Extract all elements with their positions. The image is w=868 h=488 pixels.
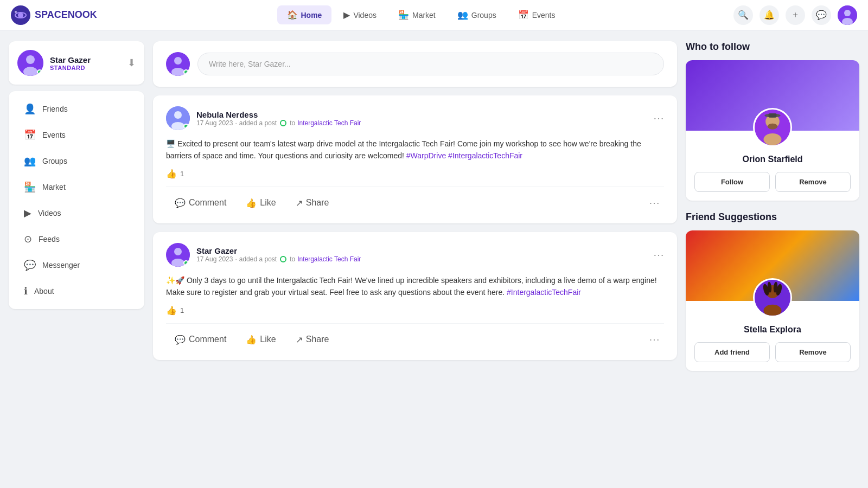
sidebar-item-feeds[interactable]: ⊙ Feeds: [13, 227, 140, 252]
profile-card[interactable]: Star Gazer STANDARD ⬇: [9, 41, 144, 85]
svg-point-11: [174, 57, 182, 65]
who-to-follow-card: Orion Starfield Follow Remove: [686, 60, 859, 201]
share-icon: ↗: [296, 335, 303, 345]
sidebar-item-friends[interactable]: 👤 Friends: [13, 97, 140, 121]
remove-button[interactable]: Remove: [775, 172, 851, 192]
post-more-button[interactable]: ⋯: [653, 248, 664, 261]
top-navigation: SPACENOOK 🏠 Home ▶ Videos 🏪 Market 👥 Gro…: [0, 0, 868, 30]
sidebar-item-events[interactable]: 📅 Events: [13, 123, 140, 147]
share-button[interactable]: ↗ Share: [287, 330, 338, 349]
nav-item-events[interactable]: 📅 Events: [508, 5, 565, 24]
nav-item-market[interactable]: 🏪 Market: [388, 5, 445, 24]
user-avatar-nav[interactable]: [838, 5, 857, 25]
stella-avatar: [753, 278, 792, 317]
svg-point-5: [844, 10, 851, 16]
clock-icon: [280, 120, 286, 126]
post-reaction: 👍 1: [166, 169, 664, 179]
svg-point-17: [174, 248, 182, 255]
post-author-avatar: [166, 106, 190, 130]
nav-item-videos[interactable]: ▶ Videos: [334, 5, 386, 24]
sidebar-menu: 👤 Friends 📅 Events 👥 Groups 🏪 Market ▶ V…: [9, 91, 144, 309]
suggestion-name: Orion Starfield: [694, 155, 851, 164]
like-button[interactable]: 👍 Like: [237, 194, 284, 213]
right-sidebar: Who to follow: [686, 41, 859, 382]
reaction-emoji: 👍: [166, 305, 177, 316]
post-reaction: 👍 1: [166, 305, 664, 316]
suggestion-banner: [686, 60, 859, 131]
friends-icon: 👤: [24, 103, 36, 115]
search-button[interactable]: 🔍: [733, 5, 753, 25]
messenger-icon: 💬: [24, 259, 36, 271]
comment-button[interactable]: 💬 Comment: [166, 194, 235, 213]
post-date: 17 Aug 2023 · added a post to Intergalac…: [196, 255, 647, 263]
market-icon: 🏪: [24, 181, 36, 193]
orion-avatar: [753, 108, 792, 147]
profile-avatar: [17, 50, 43, 76]
reaction-emoji: 👍: [166, 169, 177, 179]
sidebar-item-market[interactable]: 🏪 Market: [13, 175, 140, 200]
left-sidebar: Star Gazer STANDARD ⬇ 👤 Friends 📅 Events…: [9, 41, 144, 382]
compose-box: Write here, Star Gazer...: [153, 41, 677, 87]
nav-item-home[interactable]: 🏠 Home: [277, 5, 332, 24]
post-more-action[interactable]: ⋯: [644, 331, 664, 348]
videos-icon: ▶: [343, 10, 350, 20]
post-meta: Star Gazer 17 Aug 2023 · added a post to…: [196, 246, 647, 263]
friend-suggestion-banner: [686, 230, 859, 301]
nav-item-groups[interactable]: 👥 Groups: [448, 5, 506, 24]
remove-friend-button[interactable]: Remove: [775, 342, 851, 362]
post-content: ✨🚀 Only 3 days to go until the Intergala…: [166, 274, 664, 299]
post-actions: 💬 Comment 👍 Like ↗ Share ⋯: [166, 323, 664, 349]
post-card: Nebula Nerdess 17 Aug 2023 · added a pos…: [153, 95, 677, 223]
home-icon: 🏠: [287, 10, 298, 20]
post-author-avatar: [166, 243, 190, 267]
online-indicator: [183, 260, 189, 266]
friend-suggestion-name: Stella Explora: [694, 325, 851, 335]
like-button[interactable]: 👍 Like: [237, 330, 284, 349]
like-icon: 👍: [246, 335, 257, 345]
online-indicator: [37, 69, 42, 75]
videos-icon: ▶: [24, 207, 31, 219]
app-logo[interactable]: SPACENOOK: [11, 5, 108, 25]
suggestion-actions: Follow Remove: [694, 172, 851, 192]
feed: Write here, Star Gazer... Nebula Nerdess: [153, 41, 677, 382]
svg-rect-23: [769, 113, 777, 117]
comment-button[interactable]: 💬 Comment: [166, 330, 235, 349]
post-more-button[interactable]: ⋯: [653, 112, 664, 125]
svg-point-21: [768, 124, 777, 130]
market-icon: 🏪: [398, 10, 409, 20]
notifications-button[interactable]: 🔔: [760, 5, 779, 25]
add-friend-button[interactable]: Add friend: [694, 342, 770, 362]
friend-avatar-wrap: [753, 278, 792, 317]
share-button[interactable]: ↗ Share: [287, 194, 338, 213]
sidebar-item-about[interactable]: ℹ About: [13, 279, 140, 304]
sidebar-item-messenger[interactable]: 💬 Messenger: [13, 253, 140, 278]
post-more-action[interactable]: ⋯: [644, 194, 664, 211]
svg-point-2: [18, 12, 23, 18]
svg-point-3: [15, 11, 17, 13]
nav-right: 🔍 🔔 ＋ 💬: [733, 5, 857, 25]
sidebar-item-videos[interactable]: ▶ Videos: [13, 201, 140, 226]
post-header: Nebula Nerdess 17 Aug 2023 · added a pos…: [166, 106, 664, 130]
suggestion-avatar-wrap: [753, 108, 792, 147]
post-header: Star Gazer 17 Aug 2023 · added a post to…: [166, 243, 664, 267]
svg-point-24: [764, 133, 782, 145]
friend-suggestions-title: Friend Suggestions: [686, 211, 859, 223]
groups-icon: 👥: [457, 10, 468, 20]
svg-point-8: [26, 55, 35, 64]
svg-point-14: [174, 111, 182, 119]
follow-button[interactable]: Follow: [694, 172, 770, 192]
messages-button[interactable]: 💬: [812, 5, 831, 25]
like-icon: 👍: [246, 198, 257, 208]
online-indicator: [183, 69, 189, 75]
post-card: Star Gazer 17 Aug 2023 · added a post to…: [153, 232, 677, 360]
who-to-follow-title: Who to follow: [686, 41, 859, 53]
who-to-follow-section: Who to follow: [686, 41, 859, 201]
share-icon: ↗: [296, 198, 303, 208]
post-date: 17 Aug 2023 · added a post to Intergalac…: [196, 119, 647, 127]
profile-expand-icon[interactable]: ⬇: [127, 57, 136, 69]
compose-input[interactable]: Write here, Star Gazer...: [197, 53, 664, 75]
sidebar-item-groups[interactable]: 👥 Groups: [13, 149, 140, 174]
profile-info: Star Gazer STANDARD: [50, 55, 121, 71]
events-icon: 📅: [24, 129, 36, 141]
add-button[interactable]: ＋: [786, 5, 805, 25]
